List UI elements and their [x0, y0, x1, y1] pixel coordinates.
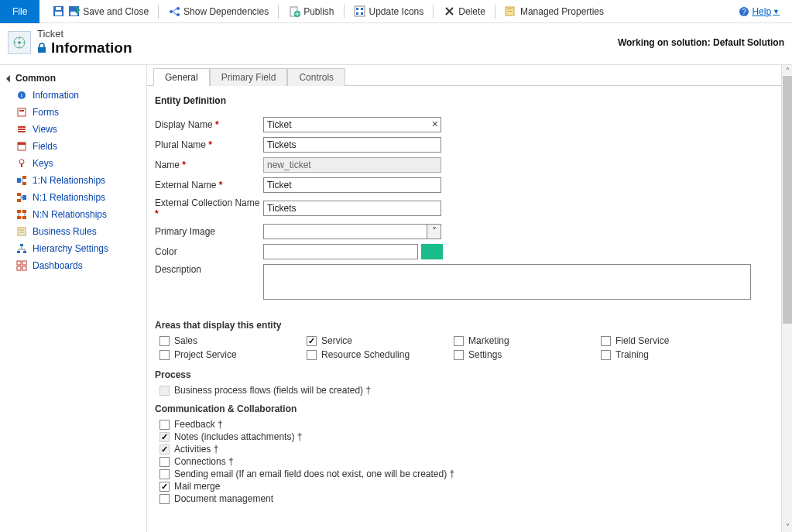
svg-rect-45 — [20, 244, 23, 246]
area-field-service-checkbox[interactable] — [601, 336, 611, 346]
svg-rect-50 — [17, 266, 21, 270]
area-settings-label: Settings — [468, 349, 502, 360]
plural-name-input[interactable] — [263, 137, 441, 153]
external-name-input[interactable] — [263, 177, 441, 193]
nav-icon — [15, 242, 28, 255]
nav-item-n-1-relationships[interactable]: N:1 Relationships — [5, 189, 146, 206]
nav-label: Information — [33, 90, 79, 101]
nav-icon — [15, 140, 28, 153]
nav-icon — [15, 123, 28, 136]
nav-item-hierarchy-settings[interactable]: Hierarchy Settings — [5, 240, 146, 257]
svg-rect-41 — [17, 216, 21, 219]
area-marketing-label: Marketing — [468, 335, 509, 346]
cc-mail-merge-checkbox[interactable] — [159, 482, 170, 492]
entity-name: Ticket — [37, 28, 132, 39]
save-close-button[interactable]: Save and Close — [47, 0, 153, 23]
update-icons-label: Update Icons — [369, 6, 424, 17]
nav-item-information[interactable]: iInformation — [5, 87, 146, 104]
area-settings-checkbox[interactable] — [454, 350, 464, 360]
show-dependencies-button[interactable]: Show Dependencies — [163, 0, 273, 23]
managed-properties-button[interactable]: Managed Properties — [500, 0, 609, 23]
area-resource-scheduling-label: Resource Scheduling — [321, 349, 410, 360]
update-icons-button[interactable]: Update Icons — [349, 0, 429, 23]
cc-document-management-checkbox[interactable] — [159, 494, 170, 504]
scroll-up-icon[interactable]: ˄ — [782, 65, 792, 76]
area-sales-checkbox[interactable] — [159, 336, 170, 346]
svg-rect-31 — [18, 142, 26, 145]
scroll-down-icon[interactable]: ˅ — [782, 521, 792, 532]
nav-item-fields[interactable]: Fields — [5, 138, 146, 155]
primary-image-select[interactable]: ˅ — [263, 224, 441, 239]
area-marketing-checkbox[interactable] — [454, 336, 464, 346]
nav-item-dashboards[interactable]: Dashboards — [5, 257, 146, 274]
svg-text:?: ? — [742, 8, 747, 16]
help-label: Help — [752, 6, 771, 17]
scrollbar[interactable]: ˄ ˅ — [781, 65, 792, 532]
nav-item-1-n-relationships[interactable]: 1:N Relationships — [5, 172, 146, 189]
nav-item-keys[interactable]: Keys — [5, 155, 146, 172]
svg-rect-10 — [355, 6, 365, 16]
cc-notes-includes-attachments--label: Notes (includes attachments) † — [174, 431, 302, 442]
svg-rect-2 — [56, 7, 61, 10]
area-field-service-label: Field Service — [615, 335, 669, 346]
svg-rect-12 — [361, 8, 363, 10]
update-icons-icon — [354, 5, 366, 18]
label-plural-name: Plural Name — [155, 139, 263, 150]
tab-primary-field[interactable]: Primary Field — [210, 68, 288, 86]
nav-item-views[interactable]: Views — [5, 121, 146, 138]
bpf-checkbox — [159, 386, 170, 396]
nav-label: Forms — [33, 107, 59, 118]
svg-rect-26 — [19, 110, 24, 112]
tab-controls[interactable]: Controls — [287, 68, 345, 86]
properties-icon — [505, 5, 517, 18]
svg-rect-27 — [18, 126, 26, 128]
cc-document-management-label: Document management — [174, 493, 273, 504]
label-external-collection: External Collection Name — [155, 197, 263, 219]
entity-icon — [8, 31, 31, 54]
cc-activities--checkbox — [159, 444, 170, 455]
lock-icon — [37, 43, 46, 53]
nav-icon — [15, 106, 28, 118]
nav-group-common[interactable]: Common — [5, 70, 146, 87]
area-resource-scheduling-checkbox[interactable] — [307, 350, 317, 360]
name-input — [263, 157, 441, 173]
nav-item-forms[interactable]: Forms — [5, 104, 146, 121]
area-project-service-checkbox[interactable] — [159, 350, 170, 360]
publish-button[interactable]: Publish — [283, 0, 338, 23]
svg-rect-47 — [23, 251, 26, 253]
svg-rect-43 — [22, 216, 26, 219]
clear-icon[interactable]: × — [432, 118, 438, 130]
bpf-label: Business process flows (fields will be c… — [174, 385, 371, 396]
delete-button[interactable]: Delete — [438, 0, 490, 23]
section-communication: Communication & Collaboration — [155, 403, 773, 414]
color-input[interactable] — [263, 244, 418, 259]
tab-general[interactable]: General — [153, 68, 210, 86]
display-name-input[interactable] — [263, 117, 441, 132]
section-areas: Areas that display this entity — [155, 320, 773, 331]
area-training-checkbox[interactable] — [601, 350, 611, 360]
svg-rect-44 — [18, 228, 26, 235]
svg-rect-39 — [17, 199, 21, 202]
delete-label: Delete — [458, 6, 485, 17]
file-tab[interactable]: File — [0, 0, 39, 23]
description-input[interactable] — [263, 264, 751, 300]
svg-rect-51 — [22, 266, 26, 270]
nav-item-business-rules[interactable]: Business Rules — [5, 223, 146, 240]
nav-label: N:1 Relationships — [33, 192, 105, 203]
color-swatch[interactable] — [421, 244, 443, 259]
label-external-name: External Name — [155, 180, 263, 190]
separator — [344, 5, 345, 19]
nav-icon — [15, 208, 28, 221]
cc-feedback--checkbox[interactable] — [159, 420, 170, 430]
cc-connections--checkbox[interactable] — [159, 457, 170, 467]
help-button[interactable]: ? Help ▼ — [733, 0, 784, 23]
area-service-checkbox[interactable] — [307, 336, 317, 346]
nav-item-n-n-relationships[interactable]: N:N Relationships — [5, 206, 146, 223]
nav-icon — [15, 191, 28, 204]
nav-label: Dashboards — [33, 260, 83, 271]
scroll-thumb[interactable] — [783, 76, 792, 324]
dropdown-icon: ▼ — [773, 8, 780, 15]
external-collection-input[interactable] — [263, 201, 441, 216]
svg-rect-40 — [17, 210, 21, 213]
cc-sending-email-if-an-email-fiel-checkbox[interactable] — [159, 469, 170, 479]
